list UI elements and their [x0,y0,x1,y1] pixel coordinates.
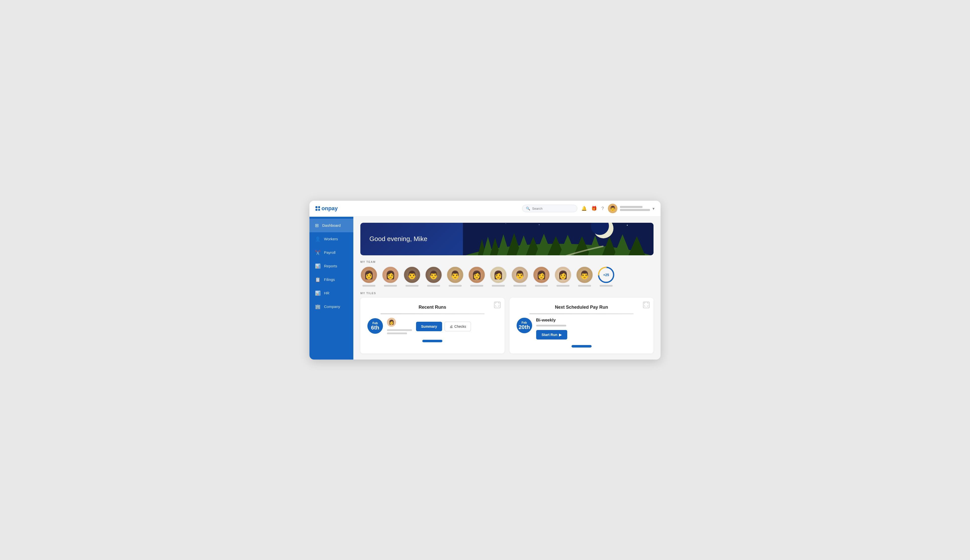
team-name-bar-7 [492,285,505,287]
print-icon: 🖨 [449,325,453,328]
user-area[interactable]: 👨 ▾ [608,204,654,213]
logo-icon [316,206,320,211]
search-input[interactable] [532,207,574,210]
team-member-1[interactable]: 👩 [360,266,378,287]
team-member-10[interactable]: 👩 [554,266,572,287]
tiles-label: MY TILES [360,292,654,295]
sidebar-label-hr: HR [324,291,329,295]
team-avatar-11: 👨 [576,266,593,283]
sidebar-item-filings[interactable]: 📋 Filings [309,273,353,287]
chevron-down-icon: ▾ [652,206,654,211]
run-person-avatar: 👩 [387,318,396,327]
next-pay-run-progress [572,345,592,348]
team-avatar-7: 👩 [490,266,507,283]
user-subtitle-bar [620,209,650,211]
team-avatar-4: 👨 [425,266,442,283]
hero-banner: Good evening, Mike [360,223,654,255]
team-avatar-8: 👨 [511,266,528,283]
recent-runs-divider [380,313,485,314]
team-avatar-6: 👩 [468,266,485,283]
tile-next-pay-run: ⛶ Next Scheduled Pay Run Feb 20th Bi-wee… [510,298,654,353]
team-row: 👩 👩 👨 👨 [360,266,654,287]
sidebar-label-filings: Filings [324,277,335,282]
team-avatar-3: 👨 [403,266,421,283]
company-icon: 🏢 [315,304,321,310]
team-name-bar-3 [405,285,418,287]
team-name-bar-4 [427,285,440,287]
content-area: Good evening, Mike [353,217,661,360]
expand-recent-runs-button[interactable]: ⛶ [494,302,500,308]
expand-next-pay-run-button[interactable]: ⛶ [643,302,649,308]
team-avatar-10: 👩 [554,266,572,283]
help-icon[interactable]: ? [601,206,604,211]
team-name-bar-2 [384,285,397,287]
gift-icon[interactable]: 🎁 [591,206,597,211]
hero-scene [463,223,654,255]
next-pay-run-divider [529,313,634,314]
team-member-6[interactable]: 👩 [468,266,485,287]
user-name-bar [620,206,642,208]
team-more-count: +25 [603,273,609,277]
search-icon: 🔍 [526,207,530,210]
team-avatar-5: 👨 [447,266,464,283]
team-member-8[interactable]: 👨 [511,266,528,287]
team-member-4[interactable]: 👨 [425,266,442,287]
run-text-2 [387,332,407,334]
team-member-11[interactable]: 👨 [576,266,593,287]
filings-icon: 📋 [315,277,321,282]
team-name-bar-11 [578,285,591,287]
sidebar-item-hr[interactable]: 📊 HR [309,287,353,300]
workers-icon: 👤 [315,236,321,242]
next-pay-run-content: Feb 20th Bi-weekly Start Run ▶ [517,318,647,340]
next-run-date-badge: Feb 20th [517,318,532,333]
sidebar-item-reports[interactable]: 📊 Reports [309,259,353,273]
next-run-frequency: Bi-weekly [536,318,567,323]
team-name-bar-8 [513,285,526,287]
sidebar-label-payroll: Payroll [324,250,336,255]
logo-text: onpay [321,205,338,212]
run-date-day: 6th [371,325,380,330]
next-run-bar [536,325,566,327]
checks-label: Checks [455,325,466,328]
team-more[interactable]: +25 [598,266,615,287]
team-member-3[interactable]: 👨 [403,266,421,287]
summary-button[interactable]: Summary [416,322,442,331]
run-actions: Summary 🖨 Checks [416,322,471,331]
team-member-2[interactable]: 👩 [382,266,399,287]
team-name-bar-1 [362,285,375,287]
search-bar[interactable]: 🔍 [522,205,577,212]
payroll-icon: ✂️ [315,250,321,255]
user-text [620,206,650,211]
tiles-row: ⛶ Recent Runs Feb 6th 👩 [360,298,654,353]
sidebar-item-company[interactable]: 🏢 Company [309,300,353,313]
reports-icon: 📊 [315,263,321,269]
my-team-section: MY TEAM 👩 👩 👨 👨 [360,260,654,287]
start-run-button[interactable]: Start Run ▶ [536,330,567,340]
next-run-info: Bi-weekly Start Run ▶ [536,318,567,340]
sidebar-item-payroll[interactable]: ✂️ Payroll [309,246,353,259]
notifications-icon[interactable]: 🔔 [581,206,587,211]
svg-point-2 [505,223,506,224]
logo: onpay [316,205,338,212]
my-team-label: MY TEAM [360,260,654,263]
start-run-label: Start Run [542,333,557,337]
main-layout: ⊞ Dashboard 👤 Workers ✂️ Payroll 📊 Repor… [309,217,661,360]
app-window: onpay 🔍 🔔 🎁 ? 👨 ▾ ⊞ Dashboard [309,201,661,360]
run-text-1 [387,329,412,331]
team-more-bar [600,285,613,287]
team-name-bar-9 [535,285,548,287]
tile-recent-runs: ⛶ Recent Runs Feb 6th 👩 [360,298,505,353]
topbar-icons: 🔔 🎁 ? [581,206,604,211]
dashboard-icon: ⊞ [315,223,319,228]
run-info: 👩 [387,318,412,334]
recent-runs-title: Recent Runs [367,305,498,310]
checks-button[interactable]: 🖨 Checks [445,322,471,331]
team-avatar-2: 👩 [382,266,399,283]
team-member-9[interactable]: 👩 [533,266,550,287]
sidebar: ⊞ Dashboard 👤 Workers ✂️ Payroll 📊 Repor… [309,217,353,360]
sidebar-item-dashboard[interactable]: ⊞ Dashboard [309,219,353,232]
sidebar-item-workers[interactable]: 👤 Workers [309,232,353,246]
start-run-arrow-icon: ▶ [559,333,562,337]
team-member-7[interactable]: 👩 [490,266,507,287]
team-member-5[interactable]: 👨 [447,266,464,287]
